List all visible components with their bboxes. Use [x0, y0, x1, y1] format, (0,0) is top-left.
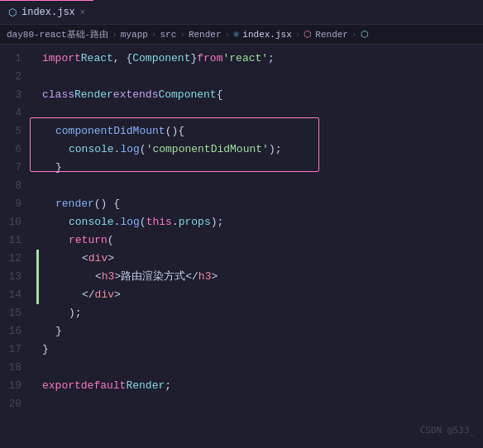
str-componentdidmount: 'componentDidMount' — [146, 141, 269, 159]
tab-file-icon: ⬡ — [8, 7, 17, 19]
code-line-10: console . log ( this . props ); — [36, 213, 483, 231]
punc-r2: ); — [211, 213, 224, 231]
code-line-16: } — [36, 322, 483, 341]
punc-dot: . — [114, 141, 121, 159]
line-num-1: 1 — [0, 50, 30, 68]
punc-semi-final: ; — [165, 377, 171, 395]
kw-from: from — [197, 50, 222, 68]
breadcrumb-item-project[interactable]: day80-react基础-路由 — [7, 28, 108, 41]
line-num-5: 5 — [0, 122, 30, 141]
line-num-6: 6 — [0, 141, 30, 159]
punc-render: () { — [94, 195, 120, 213]
left-border-4 — [36, 104, 39, 122]
code-line-12: < div > — [36, 250, 483, 268]
cn-react: React — [81, 50, 113, 68]
fn-log2: log — [120, 213, 139, 231]
tab-index-jsx[interactable]: ⬡ index.jsx × — [0, 0, 93, 24]
line-num-7: 7 — [0, 159, 30, 177]
line-num-17: 17 — [0, 341, 30, 359]
punc-lt1: < — [82, 250, 88, 268]
line-num-20: 20 — [0, 395, 30, 413]
punc-gt4: > — [114, 286, 121, 304]
breadcrumb-sep-4: › — [224, 30, 230, 40]
tag-div-open: div — [88, 250, 108, 268]
code-line-17: } — [36, 341, 483, 359]
component-icon: ⬡ — [304, 29, 312, 40]
kw-export: export — [42, 377, 81, 395]
cn-component2: Component — [158, 86, 216, 104]
line-num-8: 8 — [0, 177, 30, 195]
line-num-19: 19 — [0, 377, 30, 395]
console-log: console — [69, 141, 114, 159]
tab-bar: ⬡ index.jsx × — [0, 0, 483, 25]
line-num-18: 18 — [0, 359, 30, 377]
kw-default: default — [81, 377, 127, 395]
breadcrumb-item-file[interactable]: index.jsx — [242, 30, 291, 40]
punc-rparen: ); — [269, 141, 282, 159]
code-area[interactable]: import React , { Component } from 'react… — [30, 45, 483, 448]
punc-close-class: } — [42, 341, 49, 359]
breadcrumb-sep-6: › — [351, 30, 357, 40]
punc-gt3: > — [211, 268, 218, 286]
left-border-11 — [36, 231, 39, 250]
line-num-10: 10 — [0, 213, 30, 231]
code-line-7: } — [36, 159, 483, 177]
left-border-8 — [36, 177, 39, 195]
punc-lparen2: ( — [108, 231, 114, 250]
tag-h3-close: h3 — [198, 268, 212, 286]
line-num-16: 16 — [0, 322, 30, 341]
line-num-15: 15 — [0, 304, 30, 322]
line-num-4: 4 — [0, 104, 30, 122]
punc-dot3: . — [172, 213, 179, 231]
code-line-14: </ div > — [36, 286, 483, 304]
left-border-3 — [36, 86, 39, 104]
tab-close-button[interactable]: × — [80, 8, 85, 17]
line-num-12: 12 — [0, 250, 30, 268]
code-line-20 — [36, 395, 483, 413]
punc-semi: ; — [268, 50, 275, 68]
code-line-13: < h3 > 路由渲染方式 </ h3 > — [36, 268, 483, 286]
breadcrumb-item-src[interactable]: src — [160, 30, 176, 40]
left-border-12 — [36, 250, 39, 268]
punc-lparen: ( — [140, 141, 146, 159]
code-line-5: componentDidMount (){ — [36, 122, 483, 141]
cn-component: Component — [132, 50, 190, 68]
kw-import: import — [42, 50, 81, 68]
line-num-9: 9 — [0, 195, 30, 213]
code-line-11: return ( — [36, 231, 483, 250]
str-react: 'react' — [222, 50, 268, 68]
console2: console — [69, 213, 114, 231]
breadcrumb-item-myapp[interactable]: myapp — [121, 30, 148, 40]
breadcrumb-sep-5: › — [295, 30, 301, 40]
punc-open-brace: { — [217, 86, 223, 104]
tab-filename: index.jsx — [22, 7, 75, 18]
cn-render-export: Render — [126, 377, 165, 395]
punc-comma: , { — [113, 50, 132, 68]
breadcrumb-item-render-folder[interactable]: Render — [189, 30, 222, 40]
breadcrumb-item-render-class[interactable]: Render — [315, 30, 348, 40]
punc-close-render: } — [55, 322, 62, 341]
editor: 1 2 3 4 5 6 7 8 9 10 11 12 13 14 15 16 1… — [0, 45, 483, 448]
punc-gt2: > — [114, 268, 121, 286]
kw-extends: extends — [113, 86, 159, 104]
breadcrumb-sep-1: › — [112, 30, 117, 40]
kw-this: this — [146, 213, 172, 231]
line-num-11: 11 — [0, 231, 30, 250]
kw-class: class — [42, 86, 74, 104]
punc-brace: } — [190, 50, 197, 68]
code-line-2 — [36, 68, 483, 86]
line-num-3: 3 — [0, 86, 30, 104]
text-h3: 路由渲染方式 — [121, 268, 185, 286]
line-num-14: 14 — [0, 286, 30, 304]
code-line-8 — [36, 177, 483, 195]
code-line-6: console . log ( 'componentDidMount' ); — [36, 141, 483, 159]
tag-h3-open: h3 — [102, 268, 115, 286]
code-line-4 — [36, 104, 483, 122]
fn-log: log — [120, 141, 139, 159]
punc-gt1: > — [108, 250, 114, 268]
left-border-14 — [36, 286, 39, 304]
punc-close-brace-7: } — [55, 159, 62, 177]
code-line-3: class Render extends Component { — [36, 86, 483, 104]
react-icon: ⚛ — [233, 28, 239, 41]
left-border-7 — [36, 159, 39, 177]
